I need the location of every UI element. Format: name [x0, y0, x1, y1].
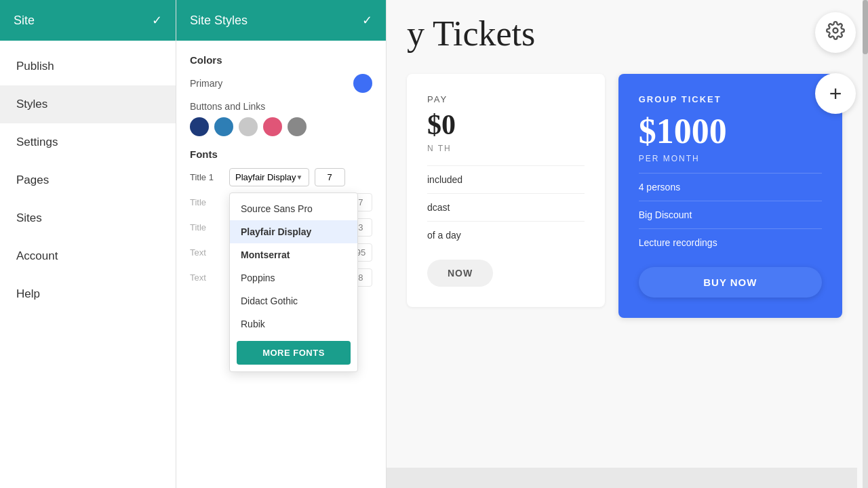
font-option-playfair-display[interactable]: Playfair Display [230, 220, 357, 243]
font-option-poppins[interactable]: Poppins [230, 266, 357, 289]
gear-icon [826, 21, 845, 45]
styles-panel-title: Site Styles [190, 14, 248, 28]
sidebar-item-publish[interactable]: Publish [0, 47, 176, 85]
left-sidebar: Site ✓ Publish Styles Settings Pages Sit… [0, 0, 176, 488]
swatch-teal[interactable] [214, 117, 233, 136]
blue-card-feature-persons: 4 persons [639, 173, 822, 201]
font-row-text2-label: Text [190, 272, 224, 283]
blue-card-title: GROUP TICKET [639, 94, 822, 104]
fonts-section: Fonts Title 1 Playfair Display ▼ Source … [190, 148, 372, 287]
styles-panel-header: Site Styles ✓ [176, 0, 386, 41]
white-card-feature-day: of a day [427, 221, 585, 249]
sidebar-nav: Publish Styles Settings Pages Sites Acco… [0, 41, 176, 313]
blue-ticket-card: GROUP TICKET $1000 PER MONTH 4 persons B… [618, 74, 842, 318]
blue-card-period: PER MONTH [639, 154, 822, 163]
styles-check-icon[interactable]: ✓ [362, 13, 372, 28]
bottom-bar [387, 468, 857, 488]
white-card-buy-button[interactable]: NOW [427, 260, 493, 287]
font-row-title3-label: Title [190, 222, 224, 232]
blue-card-feature-recordings: Lecture recordings [639, 228, 822, 256]
cards-area: PAY $0 N TH included dcast of a day NOW … [387, 60, 863, 331]
tickets-heading: y Tickets [387, 0, 863, 60]
swatch-lightgray[interactable] [239, 117, 258, 136]
styles-panel: Site Styles ✓ Colors Primary Buttons and… [176, 0, 387, 488]
svg-point-0 [833, 28, 838, 33]
white-card-period: N TH [427, 144, 585, 153]
font-size-title1[interactable] [315, 168, 345, 186]
swatch-gray[interactable] [288, 117, 307, 136]
font-select-title1-wrapper: Playfair Display ▼ Source Sans Pro Playf… [229, 168, 309, 186]
gear-fab-button[interactable] [815, 12, 856, 53]
font-option-didact-gothic[interactable]: Didact Gothic [230, 289, 357, 312]
buttons-links-label: Buttons and Links [190, 101, 372, 112]
font-select-title1-value: Playfair Display [235, 172, 296, 182]
font-option-source-sans-pro[interactable]: Source Sans Pro [230, 197, 357, 220]
font-select-arrow: ▼ [296, 174, 303, 181]
plus-fab-button[interactable]: + [815, 73, 856, 114]
page-background: y Tickets PAY $0 N TH included dcast of … [387, 0, 863, 488]
sidebar-item-sites[interactable]: Sites [0, 199, 176, 237]
white-card-feature-included: included [427, 165, 585, 193]
main-content: y Tickets PAY $0 N TH included dcast of … [387, 0, 868, 488]
sidebar-item-styles[interactable]: Styles [0, 85, 176, 123]
scrollbar-thumb[interactable] [863, 0, 868, 54]
blue-card-feature-discount: Big Discount [639, 201, 822, 228]
site-label: Site [14, 14, 35, 28]
sidebar-item-settings[interactable]: Settings [0, 123, 176, 161]
primary-color-row: Primary [190, 74, 372, 93]
white-ticket-card: PAY $0 N TH included dcast of a day NOW [407, 74, 605, 307]
blue-card-price: $1000 [639, 111, 822, 151]
font-row-title2-label: Title [190, 197, 224, 207]
font-row-title1-label: Title 1 [190, 172, 224, 182]
sidebar-item-help[interactable]: Help [0, 275, 176, 313]
white-card-price: $0 [427, 108, 585, 141]
font-row-text1-label: Text [190, 247, 224, 258]
font-dropdown-menu: Source Sans Pro Playfair Display Montser… [229, 192, 358, 372]
sidebar-item-pages[interactable]: Pages [0, 161, 176, 199]
white-card-subtitle: PAY [427, 94, 585, 104]
primary-label: Primary [190, 78, 222, 89]
scrollbar[interactable] [863, 0, 868, 488]
site-check-icon[interactable]: ✓ [152, 13, 162, 28]
fonts-section-title: Fonts [190, 148, 372, 160]
sidebar-header: Site ✓ [0, 0, 176, 41]
sidebar-item-account[interactable]: Account [0, 237, 176, 275]
buttons-links-swatches [190, 117, 372, 136]
swatch-pink[interactable] [263, 117, 282, 136]
font-select-title1[interactable]: Playfair Display ▼ [229, 168, 309, 186]
more-fonts-button[interactable]: MORE FONTS [237, 341, 351, 365]
colors-section-title: Colors [190, 54, 372, 66]
font-option-montserrat[interactable]: Montserrat [230, 243, 357, 266]
font-option-rubik[interactable]: Rubik [230, 312, 357, 336]
plus-icon: + [829, 83, 842, 104]
white-card-feature-dcast: dcast [427, 193, 585, 221]
swatch-navy[interactable] [190, 117, 209, 136]
styles-panel-content: Colors Primary Buttons and Links Fonts T… [176, 41, 386, 307]
white-card-buy-pill: NOW [427, 260, 493, 287]
primary-color-swatch[interactable] [353, 74, 372, 93]
blue-card-buy-button[interactable]: BUY NOW [639, 267, 822, 298]
font-row-title1: Title 1 Playfair Display ▼ Source Sans P… [190, 168, 372, 186]
